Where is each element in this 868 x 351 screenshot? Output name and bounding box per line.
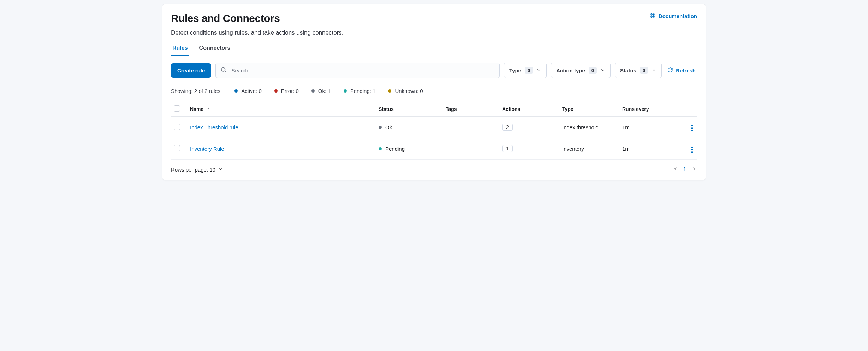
- current-page-number[interactable]: 1: [683, 166, 686, 173]
- dot-icon: [388, 89, 391, 93]
- col-tags[interactable]: Tags: [443, 102, 499, 117]
- status-active: Active: 0: [234, 88, 262, 94]
- table-row: Index Threshold rule Ok 2 Index threshol…: [171, 117, 697, 138]
- filter-type-button[interactable]: Type 0: [504, 63, 547, 78]
- svg-point-6: [221, 68, 225, 72]
- col-runs-every[interactable]: Runs every: [619, 102, 683, 117]
- search-icon: [220, 67, 227, 74]
- filter-action-type-label: Action type: [556, 67, 585, 73]
- dot-icon: [234, 89, 238, 93]
- status-unknown-label: Unknown: 0: [395, 88, 423, 94]
- refresh-label: Refresh: [676, 67, 696, 73]
- rule-status-label: Ok: [385, 124, 392, 130]
- rule-type: Index threshold: [559, 117, 619, 138]
- chevron-down-icon: [600, 67, 605, 73]
- table-row: Inventory Rule Pending 1 Inventory 1m: [171, 138, 697, 160]
- filter-status-button[interactable]: Status 0: [615, 63, 662, 78]
- toolbar: Create rule Type 0 Action type 0 St: [171, 63, 697, 78]
- rule-status: Pending: [379, 146, 405, 152]
- dot-icon: [379, 126, 382, 129]
- documentation-link[interactable]: Documentation: [649, 12, 697, 20]
- chevron-down-icon: [218, 167, 223, 173]
- row-menu-button[interactable]: [690, 145, 694, 154]
- col-name-label: Name: [190, 106, 203, 112]
- sort-asc-icon: ↑: [207, 106, 209, 112]
- status-summary: Showing: 2 of 2 rules. Active: 0 Error: …: [171, 88, 697, 94]
- status-ok-label: Ok: 1: [318, 88, 331, 94]
- col-name[interactable]: Name ↑: [187, 102, 376, 117]
- rule-runs-every: 1m: [619, 117, 683, 138]
- tab-rules[interactable]: Rules: [171, 41, 189, 56]
- filter-status-count: 0: [640, 67, 648, 74]
- svg-line-2: [651, 14, 652, 15]
- rule-tags: [443, 138, 499, 160]
- row-menu-button[interactable]: [690, 124, 694, 133]
- col-actions[interactable]: Actions: [499, 102, 559, 117]
- status-pending-label: Pending: 1: [350, 88, 376, 94]
- col-row-menu: [683, 102, 697, 117]
- svg-point-1: [652, 14, 654, 17]
- rule-tags: [443, 117, 499, 138]
- filter-action-type-count: 0: [589, 67, 597, 74]
- documentation-link-label: Documentation: [659, 13, 697, 19]
- prev-page-button[interactable]: [673, 166, 678, 173]
- svg-line-5: [653, 16, 654, 17]
- pagination-row: Rows per page: 10 1: [171, 166, 697, 173]
- dot-icon: [311, 89, 315, 93]
- svg-line-7: [225, 71, 226, 72]
- col-status[interactable]: Status: [376, 102, 443, 117]
- rule-name-link[interactable]: Index Threshold rule: [190, 124, 238, 130]
- row-checkbox[interactable]: [174, 145, 180, 151]
- refresh-icon: [667, 67, 673, 74]
- page-title: Rules and Connectors: [171, 12, 280, 24]
- rule-type: Inventory: [559, 138, 619, 160]
- lifebuoy-icon: [649, 12, 656, 20]
- svg-line-3: [653, 14, 654, 15]
- status-unknown: Unknown: 0: [388, 88, 423, 94]
- chevron-down-icon: [536, 67, 541, 73]
- status-ok: Ok: 1: [311, 88, 331, 94]
- rule-status-label: Pending: [385, 146, 405, 152]
- dot-icon: [274, 89, 278, 93]
- tab-connectors[interactable]: Connectors: [198, 41, 232, 56]
- chevron-down-icon: [652, 67, 656, 73]
- filter-type-label: Type: [509, 67, 521, 73]
- next-page-button[interactable]: [691, 166, 697, 173]
- tabs: Rules Connectors: [171, 41, 697, 56]
- rules-connectors-panel: Rules and Connectors Documentation Detec…: [162, 4, 706, 180]
- status-pending: Pending: 1: [344, 88, 376, 94]
- showing-text: Showing: 2 of 2 rules.: [171, 88, 222, 94]
- row-checkbox[interactable]: [174, 124, 180, 130]
- select-all-checkbox[interactable]: [174, 105, 180, 112]
- rule-actions-count: 1: [502, 145, 513, 152]
- rule-runs-every: 1m: [619, 138, 683, 160]
- rule-status: Ok: [379, 124, 392, 130]
- dot-icon: [379, 147, 382, 150]
- status-error: Error: 0: [274, 88, 299, 94]
- filter-status-label: Status: [620, 67, 636, 73]
- rules-table: Name ↑ Status Tags Actions Type Runs eve…: [171, 102, 697, 160]
- refresh-button[interactable]: Refresh: [666, 67, 697, 74]
- status-active-label: Active: 0: [241, 88, 262, 94]
- table-header-row: Name ↑ Status Tags Actions Type Runs eve…: [171, 102, 697, 117]
- col-type[interactable]: Type: [559, 102, 619, 117]
- rows-per-page-selector[interactable]: Rows per page: 10: [171, 167, 223, 173]
- header-row: Rules and Connectors Documentation: [171, 12, 697, 24]
- rows-per-page-label: Rows per page: 10: [171, 167, 215, 173]
- page-subtitle: Detect conditions using rules, and take …: [171, 29, 697, 36]
- svg-line-4: [651, 16, 652, 17]
- filter-type-count: 0: [525, 67, 533, 74]
- search-wrap: [215, 63, 500, 78]
- pager: 1: [673, 166, 697, 173]
- rule-name-link[interactable]: Inventory Rule: [190, 146, 224, 152]
- status-error-label: Error: 0: [281, 88, 299, 94]
- dot-icon: [344, 89, 347, 93]
- filter-action-type-button[interactable]: Action type 0: [551, 63, 611, 78]
- search-input[interactable]: [215, 63, 500, 78]
- rule-actions-count: 2: [502, 124, 513, 131]
- col-select-all: [171, 102, 187, 117]
- create-rule-button[interactable]: Create rule: [171, 63, 211, 78]
